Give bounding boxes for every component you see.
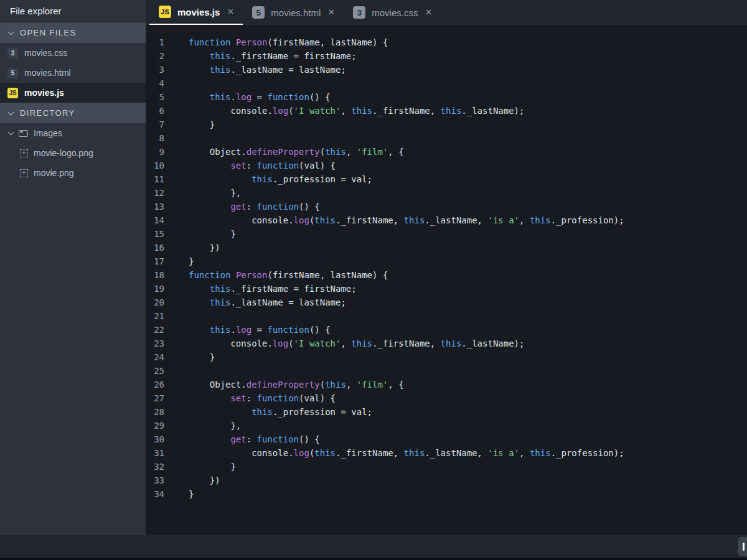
line-number[interactable]: 27 <box>146 391 164 405</box>
line-number[interactable]: 12 <box>146 186 164 200</box>
tab-movies.html[interactable]: 5movies.html× <box>243 0 344 25</box>
open-files-section-header[interactable]: OPEN FILES <box>0 22 146 43</box>
chevron-down-icon[interactable] <box>8 109 14 115</box>
code-text[interactable]: } <box>164 350 215 364</box>
chevron-down-icon[interactable] <box>8 29 14 35</box>
line-number[interactable]: 19 <box>146 282 164 296</box>
code-text[interactable]: this._lastName = lastName; <box>164 63 346 77</box>
line-number[interactable]: 21 <box>146 309 164 323</box>
code-line[interactable]: 34} <box>146 487 747 501</box>
line-number[interactable]: 31 <box>146 446 164 460</box>
close-icon[interactable]: × <box>328 6 334 19</box>
code-text[interactable]: console.log('I watch', this._firstName, … <box>164 104 524 118</box>
code-line[interactable]: 8 <box>146 131 747 145</box>
line-number[interactable]: 3 <box>146 63 164 77</box>
line-number[interactable]: 17 <box>146 254 164 268</box>
code-text[interactable]: get: function() { <box>164 432 320 446</box>
code-text[interactable]: console.log('I watch', this._firstName, … <box>164 337 524 350</box>
code-line[interactable]: 17} <box>146 254 747 268</box>
code-line[interactable]: 2 this._firstName = firstName; <box>146 49 747 63</box>
line-number[interactable]: 32 <box>146 460 164 474</box>
line-number[interactable]: 25 <box>146 364 164 378</box>
close-icon[interactable]: × <box>227 6 233 18</box>
code-text[interactable]: }) <box>164 241 220 254</box>
code-line[interactable]: 29 }, <box>146 419 747 432</box>
code-text[interactable]: } <box>164 254 194 268</box>
sidebar-item-movies.html[interactable]: 5movies.html <box>0 63 146 83</box>
line-number[interactable]: 30 <box>146 432 164 446</box>
sidebar-item-movies.js[interactable]: JSmovies.js <box>0 83 146 103</box>
code-line[interactable]: 26 Object.defineProperty(this, 'film', { <box>146 378 747 391</box>
code-line[interactable]: 10 set: function(val) { <box>146 159 747 172</box>
code-line[interactable]: 30 get: function() { <box>146 432 747 446</box>
code-text[interactable]: }, <box>164 419 241 432</box>
code-line[interactable]: 23 console.log('I watch', this._firstNam… <box>146 337 747 350</box>
code-line[interactable]: 20 this._lastName = lastName; <box>146 296 747 309</box>
code-line[interactable]: 7 } <box>146 118 747 131</box>
code-line[interactable]: 12 }, <box>146 186 747 200</box>
code-line[interactable]: 15 } <box>146 227 747 241</box>
code-text[interactable]: console.log(this._firstName, this._lastN… <box>164 213 624 227</box>
code-line[interactable]: 22 this.log = function() { <box>146 323 747 337</box>
chevron-down-icon[interactable] <box>8 129 14 136</box>
code-text[interactable]: } <box>164 460 236 474</box>
code-line[interactable]: 13 get: function() { <box>146 200 747 213</box>
code-text[interactable]: } <box>164 487 194 501</box>
line-number[interactable]: 28 <box>146 405 164 419</box>
line-number[interactable]: 2 <box>146 49 164 63</box>
code-line[interactable]: 25 <box>146 364 747 378</box>
line-number[interactable]: 8 <box>146 131 164 145</box>
edge-panel-button[interactable] <box>738 537 747 556</box>
code-text[interactable]: this.log = function() { <box>164 90 331 104</box>
line-number[interactable]: 5 <box>146 90 164 104</box>
line-number[interactable]: 34 <box>146 487 164 501</box>
code-text[interactable]: console.log(this._firstName, this._lastN… <box>164 446 624 460</box>
code-line[interactable]: 33 }) <box>146 474 747 487</box>
code-text[interactable]: Object.defineProperty(this, 'film', { <box>164 378 404 391</box>
directory-section-header[interactable]: DIRECTORY <box>0 103 146 123</box>
code-text[interactable] <box>164 309 189 323</box>
line-number[interactable]: 7 <box>146 118 164 131</box>
code-text[interactable]: this._profession = val; <box>164 172 372 186</box>
code-line[interactable]: 24 } <box>146 350 747 364</box>
code-text[interactable]: } <box>164 118 215 131</box>
code-text[interactable]: this._firstName = firstName; <box>164 282 357 296</box>
line-number[interactable]: 14 <box>146 213 164 227</box>
code-line[interactable]: 6 console.log('I watch', this._firstName… <box>146 104 747 118</box>
line-number[interactable]: 22 <box>146 323 164 337</box>
code-text[interactable]: function Person(firstName, lastName) { <box>164 268 388 282</box>
code-text[interactable]: set: function(val) { <box>164 391 336 405</box>
code-text[interactable]: } <box>164 227 236 241</box>
tab-movies.js[interactable]: JSmovies.js× <box>149 0 243 25</box>
code-line[interactable]: 5 this.log = function() { <box>146 90 747 104</box>
code-line[interactable]: 11 this._profession = val; <box>146 172 747 186</box>
code-line[interactable]: 27 set: function(val) { <box>146 391 747 405</box>
code-text[interactable]: this._lastName = lastName; <box>164 296 346 309</box>
line-number[interactable]: 33 <box>146 474 164 487</box>
code-text[interactable]: this._firstName = firstName; <box>164 49 357 63</box>
line-number[interactable]: 18 <box>146 268 164 282</box>
line-number[interactable]: 11 <box>146 172 164 186</box>
code-line[interactable]: 1function Person(firstName, lastName) { <box>146 35 747 49</box>
code-text[interactable]: }) <box>164 474 220 487</box>
code-line[interactable]: 32 } <box>146 460 747 474</box>
code-line[interactable]: 14 console.log(this._firstName, this._la… <box>146 213 747 227</box>
line-number[interactable]: 13 <box>146 200 164 213</box>
line-number[interactable]: 24 <box>146 350 164 364</box>
code-text[interactable]: set: function(val) { <box>164 159 336 172</box>
code-text[interactable]: this._profession = val; <box>164 405 372 419</box>
line-number[interactable]: 23 <box>146 337 164 350</box>
code-text[interactable] <box>164 364 189 378</box>
line-number[interactable]: 4 <box>146 77 164 90</box>
code-area[interactable]: 1function Person(firstName, lastName) {2… <box>146 25 747 501</box>
line-number[interactable]: 1 <box>146 35 164 49</box>
code-line[interactable]: 21 <box>146 309 747 323</box>
code-text[interactable]: }, <box>164 186 241 200</box>
code-text[interactable] <box>164 131 189 145</box>
code-text[interactable] <box>164 77 189 90</box>
code-text[interactable]: get: function() { <box>164 200 320 213</box>
line-number[interactable]: 29 <box>146 419 164 432</box>
code-line[interactable]: 28 this._profession = val; <box>146 405 747 419</box>
line-number[interactable]: 10 <box>146 159 164 172</box>
file-item-movie-logo.png[interactable]: movie-logo.png <box>0 143 146 163</box>
